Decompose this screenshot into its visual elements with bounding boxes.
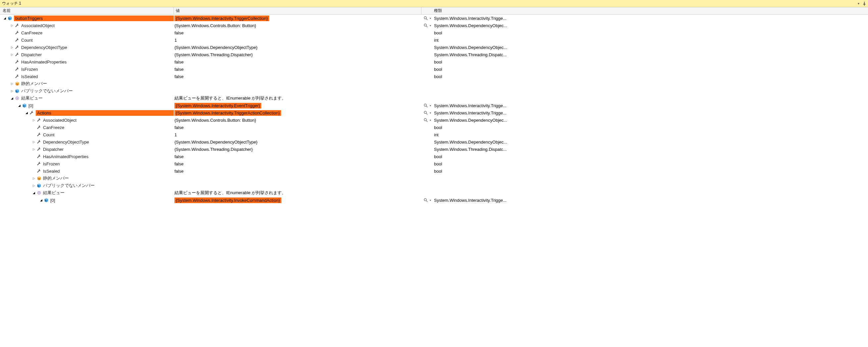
cell-name[interactable]: ▷DependencyObjectType: [0, 139, 174, 145]
watch-row[interactable]: Count1int: [0, 36, 868, 44]
watch-row[interactable]: HasAnimatedPropertiesfalsebool: [0, 153, 868, 160]
cell-value[interactable]: false: [174, 60, 422, 65]
cell-name[interactable]: HasAnimatedProperties: [0, 154, 174, 159]
cell-name[interactable]: CanFreeze: [0, 30, 174, 35]
collapse-icon[interactable]: ◢: [17, 104, 21, 107]
watch-row[interactable]: ▷Dispatcher{System.Windows.Threading.Dis…: [0, 51, 868, 58]
visualizer-dropdown-icon[interactable]: ▾: [429, 16, 432, 21]
expand-icon[interactable]: ▷: [32, 118, 36, 122]
cell-name[interactable]: IsSealed: [0, 168, 174, 174]
header-name[interactable]: 名前: [0, 7, 174, 14]
cell-name[interactable]: ◢buttonTriggers: [0, 15, 174, 21]
cell-name[interactable]: ▷AssociatedObject: [0, 117, 174, 123]
collapse-icon[interactable]: ◢: [39, 198, 43, 202]
cell-name[interactable]: ▷DependencyObjectType: [0, 45, 174, 50]
cell-value[interactable]: 1: [174, 132, 422, 137]
cell-name[interactable]: ◢[0]: [0, 103, 174, 108]
collapse-icon[interactable]: ◢: [32, 191, 36, 195]
cell-value[interactable]: {System.Windows.Controls.Button: Button}: [174, 23, 422, 28]
cell-value[interactable]: false: [174, 162, 422, 166]
cell-value[interactable]: false: [174, 30, 422, 35]
watch-row[interactable]: ◢[0]{System.Windows.Interactivity.EventT…: [0, 102, 868, 109]
cell-name[interactable]: ◢結果ビュー: [0, 95, 174, 101]
cell-name[interactable]: ▷S静的メンバー: [0, 175, 174, 181]
cell-value[interactable]: false: [174, 169, 422, 174]
visualizer-icon[interactable]: [424, 198, 428, 202]
cell-value[interactable]: {System.Windows.Threading.Dispatcher}: [174, 52, 422, 57]
cell-name[interactable]: IsSealed: [0, 74, 174, 79]
cell-name[interactable]: ▷パブリックでないメンバー: [0, 88, 174, 94]
cell-value[interactable]: {System.Windows.Controls.Button: Button}: [174, 118, 422, 123]
cell-value[interactable]: {System.Windows.Interactivity.TriggerCol…: [174, 15, 422, 21]
watch-row[interactable]: ▷DependencyObjectType{System.Windows.Dep…: [0, 138, 868, 145]
window-options-icon[interactable]: ▾: [856, 1, 861, 6]
watch-row[interactable]: ▷S静的メンバー: [0, 80, 868, 87]
watch-row[interactable]: Count1int: [0, 131, 868, 138]
collapse-icon[interactable]: ◢: [25, 111, 28, 115]
expand-icon[interactable]: ▷: [10, 24, 14, 28]
watch-row[interactable]: ▷AssociatedObject{System.Windows.Control…: [0, 22, 868, 29]
cell-name[interactable]: ◢結果ビュー: [0, 190, 174, 196]
expand-icon[interactable]: ▷: [10, 45, 14, 49]
expand-icon[interactable]: ▷: [10, 82, 14, 86]
cell-name[interactable]: Count: [0, 132, 174, 137]
expand-icon[interactable]: ▷: [32, 140, 36, 144]
header-type[interactable]: 種類: [422, 7, 868, 14]
cell-name[interactable]: Count: [0, 37, 174, 43]
cell-value[interactable]: false: [174, 154, 422, 159]
visualizer-dropdown-icon[interactable]: ▾: [429, 110, 432, 115]
expand-icon[interactable]: ▷: [32, 183, 36, 187]
cell-name[interactable]: IsFrozen: [0, 161, 174, 166]
cell-value[interactable]: {System.Windows.Interactivity.InvokeComm…: [174, 198, 422, 203]
cell-value[interactable]: false: [174, 67, 422, 72]
cell-value[interactable]: {System.Windows.DependencyObjectType}: [174, 45, 422, 50]
watch-row[interactable]: IsFrozenfalsebool: [0, 66, 868, 73]
expand-icon[interactable]: ▷: [10, 53, 14, 57]
watch-row[interactable]: ◢Actions{System.Windows.Interactivity.Tr…: [0, 109, 868, 116]
cell-value[interactable]: {System.Windows.Threading.Dispatcher}: [174, 147, 422, 152]
cell-value[interactable]: {System.Windows.Interactivity.TriggerAct…: [174, 110, 422, 116]
watch-row[interactable]: ◢buttonTriggers{System.Windows.Interacti…: [0, 14, 868, 22]
watch-row[interactable]: ◢[0]{System.Windows.Interactivity.Invoke…: [0, 197, 868, 204]
watch-row[interactable]: ▷Dispatcher{System.Windows.Threading.Dis…: [0, 145, 868, 153]
watch-row[interactable]: ▷パブリックでないメンバー: [0, 182, 868, 189]
visualizer-icon[interactable]: [424, 23, 428, 28]
cell-name[interactable]: ▷パブリックでないメンバー: [0, 183, 174, 188]
watch-row[interactable]: IsSealedfalsebool: [0, 73, 868, 80]
visualizer-icon[interactable]: [424, 118, 428, 123]
cell-value[interactable]: 結果ビューを展開すると、IEnumerable が列挙されます。: [174, 190, 422, 196]
cell-value[interactable]: 結果ビューを展開すると、IEnumerable が列挙されます。: [174, 95, 422, 101]
visualizer-icon[interactable]: [424, 110, 428, 115]
cell-value[interactable]: 1: [174, 38, 422, 43]
watch-row[interactable]: IsFrozenfalsebool: [0, 160, 868, 167]
visualizer-dropdown-icon[interactable]: ▾: [429, 198, 432, 202]
cell-value[interactable]: {System.Windows.DependencyObjectType}: [174, 140, 422, 145]
cell-value[interactable]: false: [174, 125, 422, 130]
watch-row[interactable]: ▷AssociatedObject{System.Windows.Control…: [0, 116, 868, 124]
cell-name[interactable]: ▷Dispatcher: [0, 52, 174, 57]
cell-value[interactable]: {System.Windows.Interactivity.EventTrigg…: [174, 103, 422, 108]
expand-icon[interactable]: ▷: [10, 89, 14, 93]
visualizer-dropdown-icon[interactable]: ▾: [429, 23, 432, 28]
watch-row[interactable]: ▷パブリックでないメンバー: [0, 87, 868, 95]
cell-name[interactable]: ◢[0]: [0, 198, 174, 203]
collapse-icon[interactable]: ◢: [10, 96, 14, 100]
watch-row[interactable]: ◢結果ビュー結果ビューを展開すると、IEnumerable が列挙されます。: [0, 189, 868, 197]
cell-value[interactable]: false: [174, 74, 422, 79]
collapse-icon[interactable]: ◢: [3, 16, 7, 20]
expand-icon[interactable]: ▷: [32, 176, 36, 180]
cell-name[interactable]: HasAnimatedProperties: [0, 59, 174, 65]
header-value[interactable]: 値: [174, 7, 422, 14]
watch-row[interactable]: ▷DependencyObjectType{System.Windows.Dep…: [0, 44, 868, 51]
cell-name[interactable]: ▷AssociatedObject: [0, 23, 174, 28]
cell-name[interactable]: ▷S静的メンバー: [0, 81, 174, 87]
watch-row[interactable]: IsSealedfalsebool: [0, 167, 868, 175]
visualizer-icon[interactable]: [424, 16, 428, 21]
watch-row[interactable]: HasAnimatedPropertiesfalsebool: [0, 58, 868, 66]
visualizer-dropdown-icon[interactable]: ▾: [429, 103, 432, 108]
visualizer-dropdown-icon[interactable]: ▾: [429, 118, 432, 123]
watch-row[interactable]: ◢結果ビュー結果ビューを展開すると、IEnumerable が列挙されます。: [0, 95, 868, 102]
expand-icon[interactable]: ▷: [32, 147, 36, 151]
pin-icon[interactable]: [862, 1, 867, 6]
watch-row[interactable]: CanFreezefalsebool: [0, 124, 868, 131]
